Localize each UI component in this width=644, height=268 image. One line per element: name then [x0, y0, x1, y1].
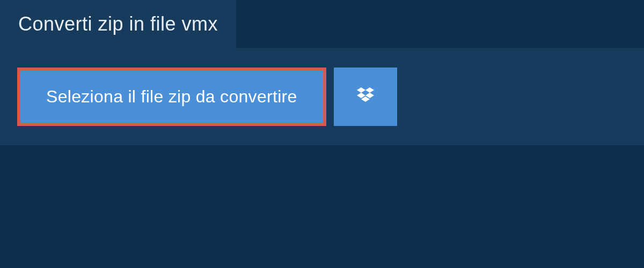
select-file-label: Seleziona il file zip da convertire [46, 87, 297, 107]
converter-panel: Seleziona il file zip da convertire [0, 48, 644, 145]
dropbox-icon [355, 85, 376, 109]
dropbox-button[interactable] [334, 68, 397, 126]
button-row: Seleziona il file zip da convertire [17, 68, 627, 126]
page-title: Converti zip in file vmx [0, 0, 236, 48]
select-file-button[interactable]: Seleziona il file zip da convertire [17, 68, 326, 126]
